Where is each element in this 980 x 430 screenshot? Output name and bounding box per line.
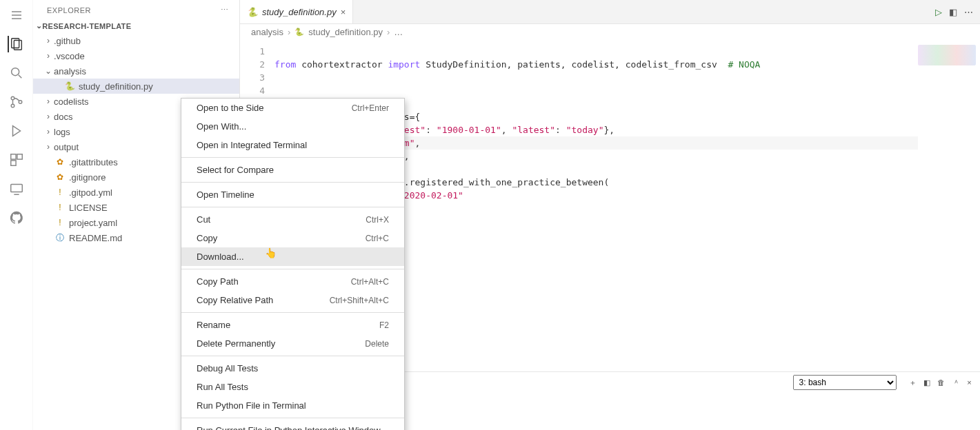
split-terminal-icon[interactable]: ◧ [923,378,930,387]
menu-item[interactable]: Open in Integrated Terminal [181,136,404,154]
menu-item[interactable]: Copy PathCtrl+Alt+C [181,272,404,291]
python-icon: 🐍 [294,28,304,37]
tree-item-label: project.yaml [69,218,117,228]
menu-item[interactable]: Run Python File in Terminal [181,396,404,415]
svg-point-3 [11,96,14,100]
extensions-icon[interactable] [8,152,25,168]
py-icon: 🐍 [63,81,76,91]
more-icon[interactable]: ⋯ [221,6,229,14]
chevron-down-icon: ⌄ [43,66,54,76]
search-icon[interactable] [8,65,25,81]
menu-item-shortcut: Ctrl+X [366,215,389,225]
menu-item[interactable]: Download... [181,247,404,266]
gear-icon: ✿ [54,172,66,182]
close-panel-icon[interactable]: × [967,378,972,387]
menu-item[interactable]: Run All Tests [181,378,404,396]
menu-item[interactable]: Delete PermanentlyDelete [181,334,404,353]
new-terminal-icon[interactable]: ＋ [909,378,917,388]
trash-icon[interactable]: 🗑 [937,378,945,387]
activity-bar [0,0,33,430]
split-editor-icon[interactable]: ◧ [949,7,957,17]
menu-item-label: Cut [197,214,210,225]
tab-label: study_definition.py [262,7,337,17]
folder-item[interactable]: ›.vscode [33,48,239,63]
terminal-select[interactable]: 3: bash [793,375,897,390]
close-tab-icon[interactable]: × [341,7,346,17]
svg-rect-6 [10,154,15,159]
tab-study-definition[interactable]: 🐍 study_definition.py × [240,0,353,23]
menu-item-label: Run All Tests [197,382,248,392]
tree-item-label: .gitattributes [69,157,118,167]
menu-item-shortcut: Delete [365,339,389,349]
remote-icon[interactable] [8,181,25,197]
explorer-icon[interactable] [8,36,24,52]
chevron-right-icon: › [43,127,54,136]
svg-rect-8 [10,161,15,165]
yml-icon: ! [54,203,66,212]
tree-item-label: .vscode [54,51,85,61]
menu-item-label: Open to the Side [197,103,264,113]
sidebar-title: EXPLORER [47,6,91,14]
menu-item-label: Select for Compare [197,165,274,175]
run-icon[interactable]: ▷ [935,7,942,17]
tree-item-label: analysis [54,66,86,76]
minimap[interactable] [918,41,980,371]
gear-icon: ✿ [54,157,66,167]
project-header[interactable]: ⌄ RESEARCH-TEMPLATE [33,19,239,33]
chevron-right-icon: › [387,27,390,37]
maximize-panel-icon[interactable]: ＾ [952,378,960,388]
menu-item[interactable]: Select for Compare [181,161,404,179]
mouse-cursor-icon: 👆 [265,247,277,258]
breadcrumbs[interactable]: analysis › 🐍 study_definition.py › … [240,24,980,41]
tree-item-label: .gitignore [69,172,106,183]
menu-item-label: Run Current File in Python Interactive W… [197,425,381,430]
menu-item[interactable]: RenameF2 [181,316,404,334]
run-debug-icon[interactable] [8,123,25,139]
svg-rect-9 [10,185,22,192]
info-icon: ⓘ [54,232,66,244]
menu-item-label: Open Timeline [197,190,254,200]
menu-item[interactable]: CopyCtrl+C [181,229,404,247]
chevron-right-icon: › [43,96,54,106]
menu-item[interactable]: Copy Relative PathCtrl+Shift+Alt+C [181,291,404,309]
menu-item-label: Rename [197,320,230,330]
menu-item-shortcut: Ctrl+C [366,234,389,243]
chevron-down-icon: ⌄ [36,21,42,30]
context-menu: Open to the SideCtrl+EnterOpen With...Op… [181,98,405,430]
menu-item-shortcut: F2 [379,320,389,330]
file-item[interactable]: 🐍study_definition.py [33,79,239,94]
menu-item[interactable]: Open Timeline [181,185,404,204]
github-icon[interactable] [8,209,25,226]
tree-item-label: README.md [69,233,122,243]
menu-item-label: Download... [197,252,244,262]
breadcrumb-part[interactable]: … [394,27,403,37]
tree-item-label: .github [54,36,81,46]
menu-item[interactable]: CutCtrl+X [181,210,404,229]
menu-item-label: Run Python File in Terminal [197,400,306,411]
tree-item-label: .gitpod.yml [69,187,112,198]
breadcrumb-part[interactable]: study_definition.py [308,27,383,37]
python-icon: 🐍 [247,7,258,17]
menu-item-shortcut: Ctrl+Alt+C [351,277,389,287]
chevron-right-icon: › [43,142,54,152]
folder-item[interactable]: ⌄analysis [33,63,239,79]
tree-item-label: codelists [54,96,89,107]
svg-rect-7 [17,154,21,159]
menu-item[interactable]: Debug All Tests [181,359,404,378]
project-name: RESEARCH-TEMPLATE [42,22,131,30]
menu-item[interactable]: Open With... [181,117,404,136]
more-actions-icon[interactable]: ⋯ [964,7,973,17]
folder-item[interactable]: ›.github [33,33,239,48]
menu-icon[interactable] [8,7,25,23]
menu-item-label: Delete Permanently [197,338,275,349]
source-control-icon[interactable] [8,94,25,110]
breadcrumb-part[interactable]: analysis [251,27,283,37]
tree-item-label: docs [54,112,72,122]
chevron-right-icon: › [288,27,290,37]
tree-item-label: study_definition.py [79,81,153,92]
menu-item[interactable]: Open to the SideCtrl+Enter [181,99,404,117]
tree-item-label: output [54,142,79,152]
menu-item-label: Open With... [197,121,246,132]
yml-icon: ! [54,187,66,197]
menu-item[interactable]: Run Current File in Python Interactive W… [181,421,404,430]
